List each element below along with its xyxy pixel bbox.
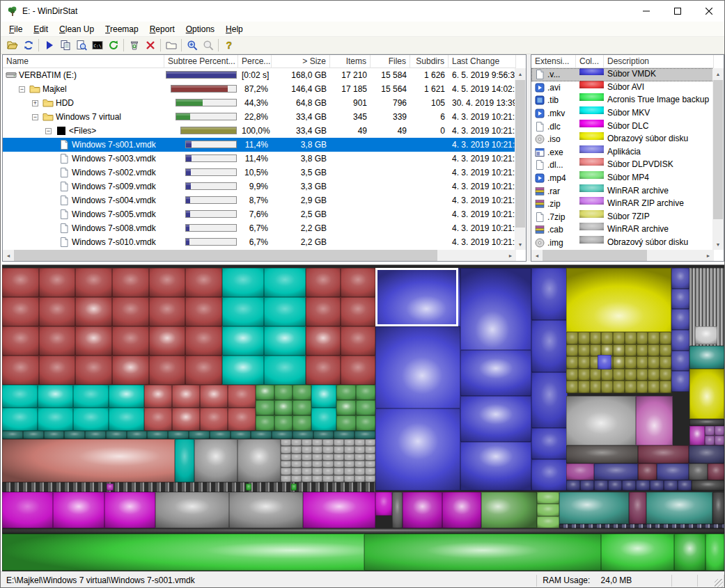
treemap-cell[interactable] [336, 400, 356, 415]
list-item[interactable]: .mp4Súbor MP4 [531, 172, 714, 185]
treemap-cell[interactable] [334, 431, 354, 439]
treemap-cell[interactable] [537, 492, 559, 504]
treemap-cell[interactable] [334, 454, 344, 461]
treemap-cell[interactable] [2, 492, 53, 528]
menu-item-options[interactable]: Options [180, 22, 220, 36]
treemap-cell[interactable] [185, 326, 222, 356]
treemap-cell[interactable] [274, 400, 293, 415]
treemap-cell[interactable] [578, 381, 590, 393]
menu-item-report[interactable]: Report [144, 22, 180, 36]
treemap-cell[interactable] [274, 415, 293, 431]
treemap-cell[interactable] [144, 385, 172, 408]
treemap-cell[interactable] [281, 468, 291, 475]
treemap-cell[interactable] [281, 439, 291, 446]
scroll-left-icon[interactable]: ◄ [531, 250, 543, 261]
treemap-cell[interactable] [566, 396, 636, 445]
treemap-cell[interactable] [172, 385, 200, 408]
resume-icon[interactable] [41, 38, 57, 53]
treemap-cell[interactable] [106, 431, 127, 439]
treemap-cell[interactable] [149, 326, 186, 356]
treemap-cell[interactable] [228, 385, 256, 408]
treemap-cell[interactable] [200, 408, 228, 431]
treemap-cell[interactable] [344, 461, 354, 468]
table-row[interactable]: Windows 7-s005.vmdk7,6%2,5 GB4. 3. 2019 … [3, 207, 516, 221]
treemap-cell[interactable] [127, 431, 148, 439]
treemap-cell[interactable] [660, 332, 671, 344]
scroll-right-icon[interactable]: ► [703, 250, 714, 261]
treemap-cell[interactable] [364, 534, 601, 571]
refresh-selected-icon[interactable] [105, 38, 121, 53]
treemap-cell[interactable] [302, 475, 312, 482]
treemap-cell[interactable] [715, 426, 724, 436]
table-row[interactable]: Windows 7-s004.vmdk8,7%2,9 GB4. 3. 2019 … [3, 193, 516, 207]
treemap-cell[interactable] [344, 446, 354, 453]
treemap-cell[interactable] [313, 431, 334, 439]
delete-icon[interactable] [142, 38, 158, 53]
treemap-cell[interactable] [2, 297, 39, 326]
treemap-cell[interactable] [671, 309, 689, 330]
treemap-cell[interactable] [334, 439, 344, 446]
treemap-cell[interactable] [613, 356, 625, 369]
treemap-cell[interactable] [256, 385, 274, 400]
treemap-cell[interactable] [281, 446, 291, 453]
treemap-cell[interactable] [237, 439, 281, 482]
treemap-cell[interactable] [322, 446, 333, 453]
treemap-cell[interactable] [312, 461, 322, 468]
treemap-cell[interactable] [601, 381, 613, 393]
tree-vertical-scrollbar[interactable]: ▲ ▼ [515, 68, 526, 250]
scrollbar-thumb[interactable] [14, 250, 437, 261]
treemap-cell[interactable] [566, 480, 580, 491]
treemap-cell[interactable] [566, 344, 578, 357]
treemap-cell[interactable] [272, 431, 293, 439]
treemap-cell[interactable] [613, 369, 625, 381]
treemap-cell[interactable] [637, 332, 648, 344]
treemap-cell[interactable] [708, 463, 724, 480]
treemap-cell[interactable] [322, 475, 333, 482]
scrollbar-thumb[interactable] [543, 250, 647, 261]
treemap-cell[interactable] [322, 454, 333, 461]
treemap-cell[interactable] [531, 459, 568, 491]
treemap-cell[interactable] [228, 408, 256, 431]
treemap-cell[interactable] [580, 480, 594, 491]
treemap-cell[interactable] [291, 468, 302, 475]
treemap-cell[interactable] [566, 445, 638, 463]
treemap-cell[interactable] [281, 454, 291, 461]
treemap-cell[interactable] [306, 356, 341, 385]
treemap-cell[interactable] [200, 385, 228, 408]
tree-horizontal-scrollbar[interactable]: ◄ ► [3, 250, 516, 261]
treemap-cell[interactable] [460, 350, 531, 396]
treemap-cell[interactable] [38, 385, 73, 408]
treemap-cell[interactable] [144, 408, 172, 431]
treemap-cell[interactable] [264, 356, 306, 385]
treemap-cell[interactable] [229, 492, 303, 528]
treemap-cell[interactable] [354, 461, 365, 468]
treemap-cell[interactable] [660, 356, 671, 369]
treemap-cell[interactable] [650, 480, 664, 491]
treemap[interactable] [2, 264, 724, 571]
treemap-cell[interactable] [636, 396, 673, 445]
treemap-cell[interactable] [222, 268, 264, 297]
treemap-cell[interactable] [715, 436, 724, 445]
treemap-cell[interactable] [356, 415, 375, 431]
treemap-cell[interactable] [657, 463, 689, 480]
treemap-cell[interactable] [689, 369, 724, 419]
table-row[interactable]: +HDD44,3%64,8 GB90179610530. 4. 2019 13:… [3, 96, 516, 110]
treemap-cell[interactable] [354, 446, 365, 453]
treemap-cell[interactable] [185, 297, 222, 326]
treemap-cell[interactable] [23, 431, 44, 439]
treemap-cell[interactable] [671, 268, 689, 289]
treemap-cell[interactable] [601, 369, 613, 381]
treemap-cell[interactable] [354, 431, 375, 439]
treemap-cell[interactable] [75, 356, 112, 385]
zoom-in-icon[interactable] [184, 38, 200, 53]
treemap-cell[interactable] [566, 381, 578, 393]
treemap-cell[interactable] [629, 492, 646, 524]
treemap-cell[interactable] [566, 356, 578, 369]
collapse-icon[interactable]: − [45, 128, 52, 134]
treemap-cell[interactable] [608, 480, 622, 491]
treemap-cell[interactable] [302, 461, 312, 468]
treemap-cell[interactable] [336, 385, 356, 400]
treemap-cell[interactable] [625, 344, 637, 357]
treemap-cell[interactable] [365, 439, 375, 446]
treemap-cell[interactable] [38, 408, 73, 431]
